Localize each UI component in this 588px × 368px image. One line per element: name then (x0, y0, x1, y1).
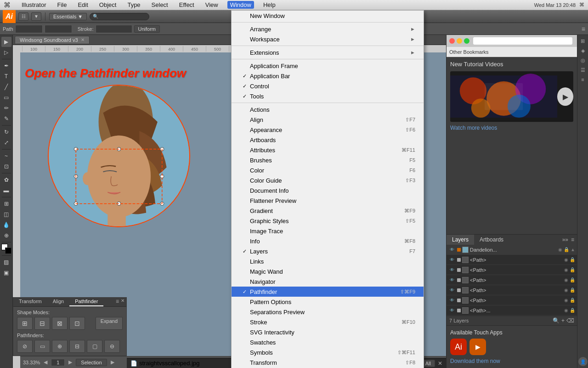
menu-flattener-preview[interactable]: Flattener Preview (232, 196, 424, 206)
menu-image-trace[interactable]: Image Trace (232, 226, 424, 236)
menu-appearance[interactable]: Appearance ⇧F6 (232, 125, 424, 135)
menu-effect[interactable]: Effect (177, 1, 196, 8)
video-play-button[interactable]: ▶ (557, 87, 573, 106)
download-link[interactable]: Download them now (450, 358, 573, 364)
layer-visibility-icon[interactable]: ◉ (564, 257, 568, 262)
tab-layers[interactable]: Layers (447, 235, 474, 245)
tab-artboards[interactable]: Artboards (474, 235, 509, 245)
menu-transform[interactable]: Transform ⇧F8 (232, 357, 424, 368)
menu-magic-wand[interactable]: Magic Wand (232, 266, 424, 276)
shape-mode-minus-front[interactable]: ⊟ (34, 317, 50, 330)
layer-visibility-icon[interactable]: ◉ (564, 277, 568, 282)
layer-visibility-icon[interactable]: ◉ (564, 267, 568, 272)
touch-app-icon-1[interactable]: Ai (450, 339, 467, 355)
menu-new-window[interactable]: New Window (232, 11, 424, 21)
tool-type[interactable]: T (1, 71, 11, 81)
menu-graphic-styles[interactable]: Graphic Styles ⇧F5 (232, 216, 424, 226)
apple-icon[interactable]: ⌘ (4, 1, 11, 9)
layer-eye-icon[interactable]: 👁 (448, 288, 456, 293)
menu-workspace[interactable]: Workspace ► (232, 34, 424, 44)
workspace-button[interactable]: Essentials ▼ (49, 13, 87, 20)
menu-attributes[interactable]: Attributes ⌘F11 (232, 145, 424, 155)
menu-separations-preview[interactable]: Separations Preview (232, 307, 424, 317)
tool-symbol[interactable]: ✿ (1, 175, 11, 185)
tab-close-icon[interactable]: ✕ (81, 37, 85, 42)
rt-avatar[interactable]: 👤 (578, 357, 588, 366)
tool-screen-mode[interactable]: ▣ (1, 268, 11, 278)
pf-crop[interactable]: ⊟ (69, 340, 85, 353)
menu-layers[interactable]: ✓ Layers F7 (232, 246, 424, 256)
layers-expand-icon[interactable]: »» (562, 236, 568, 243)
menu-select[interactable]: Select (150, 1, 170, 8)
menu-help[interactable]: Help (261, 1, 277, 8)
menu-document-info[interactable]: Document Info (232, 185, 424, 196)
layer-lock-icon[interactable]: 🔒 (570, 308, 575, 313)
uniform-button[interactable]: Uniform (134, 25, 160, 33)
menu-edit[interactable]: Edit (76, 1, 90, 8)
rt-transform-btn[interactable]: ⊞ (579, 37, 587, 45)
layer-lock-icon[interactable]: 🔒 (570, 257, 575, 262)
pf-merge[interactable]: ⊕ (52, 340, 68, 353)
pf-outline[interactable]: ▢ (87, 340, 102, 353)
shape-mode-exclude[interactable]: ⊡ (69, 317, 85, 330)
layer-lock-icon[interactable]: 🔒 (570, 277, 575, 282)
nav-prev[interactable]: ◀ (44, 359, 47, 365)
touch-app-icon-2[interactable]: ▶ (469, 339, 486, 355)
menu-arrange[interactable]: Arrange ► (232, 24, 424, 34)
rt-properties-btn[interactable]: ≡ (579, 75, 587, 84)
layer-row[interactable]: 👁 <Path> ◉ 🔒 (447, 285, 577, 295)
tool-gradient[interactable]: ◫ (1, 209, 11, 219)
stroke-input[interactable] (96, 25, 132, 33)
pf-trim[interactable]: ▭ (34, 340, 50, 353)
browser-maximize-btn[interactable] (464, 38, 469, 44)
watch-more-link[interactable]: Watch more videos (450, 125, 573, 131)
layer-row[interactable]: 👁 <Path> ◉ 🔒 (447, 295, 577, 305)
rt-libraries-btn[interactable]: ☰ (579, 66, 587, 74)
tool-eyedropper[interactable]: 💧 (1, 220, 11, 230)
layers-trash-icon[interactable]: ⌫ (566, 317, 574, 324)
layer-row[interactable]: 👁 <Path> ◉ 🔒 (447, 265, 577, 275)
menu-gradient[interactable]: Gradient ⌘F9 (232, 206, 424, 216)
background-color[interactable] (5, 247, 11, 254)
layer-visibility-icon[interactable]: ◉ (558, 247, 562, 252)
browser-url-bar[interactable] (473, 37, 572, 45)
menu-navigator[interactable]: Navigator (232, 276, 424, 287)
tool-blend[interactable]: ⊕ (1, 230, 11, 241)
menu-svg-interactivity[interactable]: SVG Interactivity (232, 327, 424, 337)
layer-row[interactable]: 👁 <Path> ◉ 🔒 (447, 275, 577, 285)
menu-info[interactable]: Info ⌘F8 (232, 236, 424, 246)
layer-eye-icon[interactable]: 👁 (448, 298, 456, 303)
browser-minimize-btn[interactable] (457, 38, 462, 44)
menu-symbols[interactable]: Symbols ⇧⌘F11 (232, 347, 424, 357)
menu-actions[interactable]: Actions (232, 104, 424, 115)
toolbar-icon-2[interactable]: ▼ (31, 12, 41, 21)
menu-artboards[interactable]: Artboards (232, 135, 424, 145)
tool-selection[interactable]: ▶ (1, 37, 11, 47)
menu-brushes[interactable]: Brushes F5 (232, 155, 424, 165)
tutorial-video-thumbnail[interactable]: ▶ (450, 71, 573, 122)
tool-scale[interactable]: ⤢ (1, 138, 11, 148)
selection-button[interactable]: Selection (76, 359, 107, 366)
search-box[interactable]: 🔍 (90, 13, 149, 20)
layers-add-icon[interactable]: + (561, 317, 565, 324)
layer-row[interactable]: 👁 <Path> ◉ 🔒 (447, 255, 577, 265)
layer-lock-icon[interactable]: 🔒 (570, 298, 575, 303)
menu-app-frame[interactable]: Application Frame (232, 61, 424, 71)
tool-mesh[interactable]: ⊞ (1, 199, 11, 209)
tab-transform[interactable]: Transform (13, 297, 47, 306)
layer-visibility-icon[interactable]: ◉ (564, 298, 568, 303)
tool-graph[interactable]: ▬ (1, 185, 11, 196)
expand-button[interactable]: Expand (96, 317, 123, 330)
menu-stroke[interactable]: Stroke ⌘F10 (232, 317, 424, 327)
menu-links[interactable]: Links (232, 256, 424, 266)
tool-free-transform[interactable]: ⊡ (1, 161, 11, 172)
layer-visibility-icon[interactable]: ◉ (564, 288, 568, 293)
tool-pencil[interactable]: ✎ (1, 114, 11, 124)
panel-close-icon[interactable]: ✕ (121, 298, 124, 305)
layer-eye-icon[interactable]: 👁 (448, 267, 456, 272)
menu-object[interactable]: Object (97, 1, 119, 8)
shape-mode-intersect[interactable]: ⊠ (52, 317, 68, 330)
menu-view[interactable]: View (204, 1, 220, 8)
menu-pattern-options[interactable]: Pattern Options (232, 297, 424, 307)
panel-menu-icon[interactable]: ≡ (116, 298, 119, 305)
